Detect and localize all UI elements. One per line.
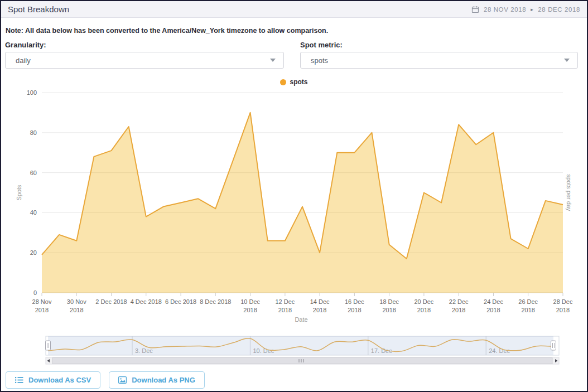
list-icon bbox=[15, 376, 23, 384]
download-csv-button[interactable]: Download As CSV bbox=[6, 371, 100, 389]
spot-breakdown-panel: Spot Breakdown 28 NOV 2018 ▸ 28 DEC 2018… bbox=[0, 0, 588, 392]
x-tick-label: 2018 bbox=[35, 307, 49, 313]
x-tick-label: 14 Dec bbox=[310, 298, 330, 305]
y-tick-label: 0 bbox=[33, 289, 37, 296]
x-tick-label: 2018 bbox=[313, 307, 326, 313]
x-tick-label: 6 Dec 2018 bbox=[165, 298, 196, 305]
x-tick-label: 2018 bbox=[486, 307, 500, 313]
spot-metric-value: spots bbox=[311, 56, 328, 65]
spots-area-chart: 02040608010028 Nov201830 Nov20182 Dec 20… bbox=[1, 88, 588, 332]
x-tick-label: 28 Nov bbox=[32, 298, 52, 305]
scrollbar-thumb[interactable] bbox=[52, 358, 552, 364]
x-tick-label: 2018 bbox=[243, 307, 257, 313]
x-axis-title: Date bbox=[295, 316, 307, 323]
x-tick-label: 2 Dec 2018 bbox=[95, 298, 127, 305]
y-axis-title-right: spots per day bbox=[566, 174, 572, 211]
granularity-label: Granularity: bbox=[5, 41, 46, 49]
x-tick-label: 20 Dec bbox=[414, 298, 433, 305]
navigator-handle-left[interactable] bbox=[46, 341, 51, 350]
page-title: Spot Breakdown bbox=[8, 4, 69, 14]
x-tick-label: 18 Dec bbox=[379, 298, 399, 305]
x-tick-label: 2018 bbox=[382, 307, 396, 313]
x-tick-label: 4 Dec 2018 bbox=[131, 298, 162, 305]
x-tick-label: 2018 bbox=[521, 307, 534, 313]
arrow-right-icon: ▸ bbox=[531, 7, 533, 12]
x-tick-label: 28 Dec bbox=[553, 298, 573, 305]
x-tick-label: 2018 bbox=[556, 307, 570, 313]
navigator-selected-range[interactable] bbox=[48, 336, 553, 355]
granularity-select[interactable]: daily bbox=[5, 52, 284, 69]
legend-item-spots[interactable]: spots bbox=[280, 78, 307, 86]
y-tick-label: 60 bbox=[30, 170, 37, 176]
y-axis-title-left: Spots bbox=[16, 185, 22, 201]
chevron-down-icon bbox=[270, 59, 276, 62]
chevron-down-icon bbox=[564, 59, 570, 62]
x-tick-label: 2018 bbox=[417, 307, 431, 313]
navigator-plotline-label: 10. Dec bbox=[253, 347, 274, 354]
granularity-value: daily bbox=[16, 56, 31, 65]
legend: spots bbox=[1, 78, 587, 86]
date-range-picker[interactable]: 28 NOV 2018 ▸ 28 DEC 2018 bbox=[471, 6, 580, 13]
navigator-handle-right[interactable] bbox=[551, 341, 556, 350]
y-tick-label: 20 bbox=[30, 249, 37, 256]
y-tick-label: 100 bbox=[27, 89, 37, 96]
x-tick-label: 12 Dec bbox=[275, 298, 295, 305]
header-bar: Spot Breakdown 28 NOV 2018 ▸ 28 DEC 2018 bbox=[1, 1, 587, 18]
x-tick-label: 16 Dec bbox=[345, 298, 364, 305]
y-tick-label: 40 bbox=[30, 209, 37, 216]
x-tick-label: 2018 bbox=[278, 307, 292, 313]
chart-navigator: 3. Dec10. Dec17. Dec24. Dec bbox=[1, 332, 588, 366]
x-tick-label: 24 Dec bbox=[484, 298, 503, 305]
spot-metric-label: Spot metric: bbox=[300, 41, 343, 49]
x-tick-label: 8 Dec 2018 bbox=[200, 298, 231, 305]
x-tick-label: 2018 bbox=[452, 307, 465, 313]
download-buttons: Download As CSV Download As PNG bbox=[6, 371, 205, 389]
download-csv-label: Download As CSV bbox=[28, 376, 91, 384]
series-area-fill[interactable] bbox=[42, 113, 563, 293]
date-range-end: 28 DEC 2018 bbox=[538, 6, 580, 13]
x-tick-label: 22 Dec bbox=[449, 298, 469, 305]
download-png-button[interactable]: Download As PNG bbox=[109, 371, 205, 389]
timezone-note: Note: All data below has been converted … bbox=[6, 27, 328, 35]
navigator-plotline-label: 24. Dec bbox=[489, 347, 510, 354]
x-tick-label: 30 Nov bbox=[67, 298, 86, 305]
legend-label: spots bbox=[290, 78, 307, 86]
spot-metric-select[interactable]: spots bbox=[300, 52, 578, 69]
calendar-icon bbox=[471, 6, 479, 13]
date-range-start: 28 NOV 2018 bbox=[484, 6, 526, 13]
x-tick-label: 2018 bbox=[348, 307, 361, 313]
x-tick-label: 2018 bbox=[70, 307, 83, 313]
image-icon bbox=[118, 376, 127, 384]
download-png-label: Download As PNG bbox=[132, 376, 195, 384]
navigator-plotline-label: 3. Dec bbox=[135, 347, 153, 354]
x-tick-label: 26 Dec bbox=[518, 298, 538, 305]
x-tick-label: 10 Dec bbox=[240, 298, 260, 305]
legend-marker-icon bbox=[280, 79, 286, 85]
y-tick-label: 80 bbox=[30, 129, 37, 136]
